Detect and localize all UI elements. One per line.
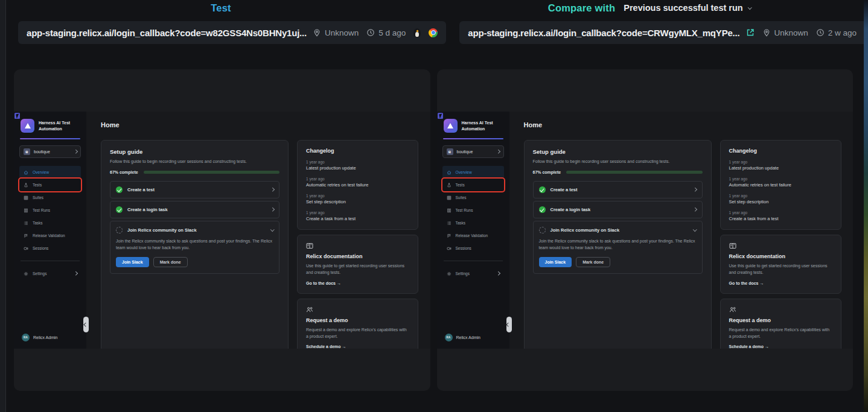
sidebar-nav: Overview Tests Suites Test Runs Tasks [442, 166, 504, 255]
compare-screenshot-panel[interactable]: Harness AI Test Automation B boutique Ov… [437, 69, 854, 391]
schedule-demo-link[interactable]: Schedule a demo → [306, 344, 409, 349]
user-menu[interactable]: RA Relicx Admin [442, 334, 504, 341]
chevron-right-icon [270, 188, 274, 191]
progress-bar [144, 171, 279, 174]
sidebar-item-tests[interactable]: Tests [442, 179, 504, 191]
user-menu[interactable]: RA Relicx Admin [19, 334, 81, 341]
chevron-down-icon [748, 5, 752, 9]
setup-item-join-slack: Join Relicx community on Slack Join the … [533, 221, 703, 274]
join-slack-button[interactable]: Join Slack [539, 257, 572, 267]
join-slack-description: Join the Relicx community slack to ask q… [539, 238, 697, 252]
chevron-left-icon [84, 323, 88, 326]
chevron-down-icon [693, 227, 697, 231]
sidebar-item-overview[interactable]: Overview [19, 166, 81, 179]
changelog-entry: 1 year ago Create a task from a test [729, 211, 832, 221]
app-sidebar: Harness AI Test Automation B boutique Ov… [437, 112, 509, 349]
go-to-docs-link[interactable]: Go to the docs → [306, 281, 409, 285]
sidebar-item-release-validation[interactable]: Release Validation [19, 229, 81, 242]
project-selector[interactable]: B boutique [442, 145, 504, 158]
external-link-icon[interactable] [746, 28, 755, 37]
sidebar-item-test-runs[interactable]: Test Runs [19, 204, 81, 217]
compare-run-dropdown[interactable]: Previous successful test run [624, 3, 751, 13]
mark-done-button[interactable]: Mark done [576, 257, 610, 267]
brand-name: Harness AI Test Automation [462, 120, 493, 132]
demo-description: Request a demo and explore Relicx's capa… [306, 327, 409, 340]
setup-item-create-test[interactable]: Create a test [533, 181, 703, 198]
sidebar-item-sessions[interactable]: Sessions [442, 242, 504, 255]
sidebar-item-tasks[interactable]: Tasks [442, 217, 504, 229]
mark-done-button[interactable]: Mark done [153, 257, 188, 267]
project-name: boutique [34, 150, 50, 154]
avatar: RA [22, 334, 30, 341]
sidebar-item-suites[interactable]: Suites [442, 191, 504, 204]
test-screenshot-panel[interactable]: Harness AI Test Automation B boutique Ov… [14, 69, 430, 391]
setup-item-create-login-task[interactable]: Create a login task [110, 201, 279, 218]
list-icon [447, 221, 452, 226]
recorded-cursor-marker [14, 113, 20, 119]
sidebar-item-suites[interactable]: Suites [19, 191, 81, 204]
sidebar-item-tasks[interactable]: Tasks [19, 217, 81, 229]
setup-item-create-test[interactable]: Create a test [110, 181, 279, 198]
brand: Harness AI Test Automation [442, 119, 504, 133]
camera-icon [447, 246, 452, 251]
chevron-right-icon [74, 150, 77, 153]
project-selector[interactable]: B boutique [19, 145, 81, 158]
setup-guide-description: Follow this guide to begin recording use… [533, 159, 703, 163]
join-slack-header[interactable]: Join Relicx community on Slack [539, 227, 697, 233]
join-slack-button[interactable]: Join Slack [116, 257, 149, 267]
sidebar-item-sessions[interactable]: Sessions [19, 242, 81, 255]
right-location: Unknown [762, 28, 808, 37]
documentation-description: Use this guide to get started recording … [306, 263, 409, 276]
location-pin-icon [762, 28, 771, 37]
left-header: Test [7, 0, 435, 16]
page-title: Home [101, 121, 420, 128]
grid-icon [447, 195, 452, 200]
embedded-app-screenshot[interactable]: Harness AI Test Automation B boutique Ov… [14, 112, 430, 349]
join-slack-description: Join the Relicx community slack to ask q… [116, 238, 273, 252]
sidebar-item-settings[interactable]: Settings [19, 267, 81, 280]
sidebar-collapse-handle[interactable] [83, 317, 89, 332]
demo-title: Request a demo [306, 317, 409, 323]
people-icon [729, 306, 736, 313]
chevron-right-icon [693, 188, 697, 191]
columns-icon [447, 208, 452, 213]
right-url-bar[interactable]: app-staging.relicx.ai/login_callback?cod… [459, 21, 868, 44]
join-slack-header[interactable]: Join Relicx community on Slack [116, 227, 273, 233]
go-to-docs-link[interactable]: Go to the docs → [729, 281, 832, 285]
camera-icon [24, 246, 28, 251]
check-circle-icon [539, 206, 546, 213]
sidebar-item-settings[interactable]: Settings [442, 267, 504, 280]
left-url-bar[interactable]: app-staging.relicx.ai/login_callback?cod… [18, 21, 446, 44]
flag-icon [447, 233, 452, 238]
check-circle-icon [116, 206, 123, 213]
changelog-entry: 1 year ago Automatic retries on test fai… [306, 177, 409, 188]
flask-icon [447, 183, 452, 188]
setup-guide-title: Setup guide [110, 148, 279, 155]
right-url-text: app-staging.relicx.ai/login_callback?cod… [468, 28, 739, 38]
setup-guide-card: Setup guide Follow this guide to begin r… [101, 140, 289, 349]
changelog-entry: 1 year ago Set step description [306, 194, 409, 204]
chevron-right-icon [496, 150, 500, 153]
sidebar-collapse-handle[interactable] [506, 317, 512, 332]
project-initial-badge: B [447, 148, 453, 155]
embedded-app-screenshot[interactable]: Harness AI Test Automation B boutique Ov… [437, 112, 854, 349]
linux-penguin-icon [413, 28, 421, 37]
sidebar-item-release-validation[interactable]: Release Validation [442, 229, 504, 242]
sidebar-item-overview[interactable]: Overview [442, 166, 504, 179]
compare-pane-title: Compare with [548, 2, 616, 14]
schedule-demo-link[interactable]: Schedule a demo → [729, 344, 832, 349]
documentation-card: Relicx documentation Use this guide to g… [297, 235, 418, 294]
sidebar-item-test-runs[interactable]: Test Runs [442, 204, 504, 217]
clock-icon [816, 28, 825, 37]
chrome-browser-icon [429, 28, 438, 37]
documentation-title: Relicx documentation [729, 253, 832, 259]
demo-description: Request a demo and explore Relicx's capa… [729, 327, 832, 340]
changelog-entry: 1 year ago Automatic retries on test fai… [729, 177, 832, 188]
changelog-entry: 1 year ago Create a task from a test [306, 211, 409, 221]
gear-icon [447, 271, 452, 276]
setup-item-create-login-task[interactable]: Create a login task [533, 201, 703, 218]
sidebar-item-tests[interactable]: Tests [19, 179, 81, 191]
chevron-right-icon [74, 271, 77, 275]
app-sidebar: Harness AI Test Automation B boutique Ov… [14, 112, 86, 349]
harness-logo-icon [21, 119, 34, 133]
